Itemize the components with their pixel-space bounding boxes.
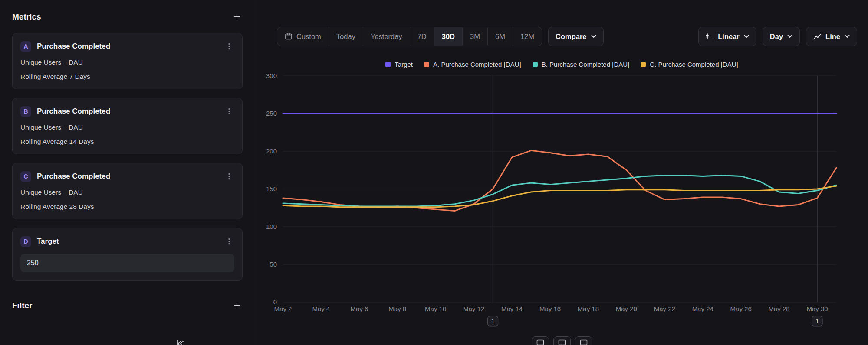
date-range-30d[interactable]: 30D xyxy=(434,27,462,46)
bar-chart-icon xyxy=(558,339,566,345)
legend-label: Target xyxy=(395,61,413,68)
y-axis-tick-label: 100 xyxy=(266,223,277,230)
date-range-custom[interactable]: Custom xyxy=(277,27,329,46)
kebab-icon xyxy=(226,42,233,50)
legend-item[interactable]: A. Purchase Completed [DAU] xyxy=(424,61,521,68)
x-axis-tick-label: May 24 xyxy=(692,305,713,312)
y-axis-tick-label: 150 xyxy=(266,185,277,192)
metric-card-header: D Target xyxy=(20,236,234,247)
chart-type-label: Line xyxy=(825,33,840,41)
kebab-icon xyxy=(226,238,233,245)
metric-transform: Rolling Average 28 Days xyxy=(20,203,234,211)
date-range-label: 3M xyxy=(470,33,480,41)
x-axis-tick-label: May 10 xyxy=(425,305,446,312)
chart-action-button-2[interactable] xyxy=(553,336,571,345)
metric-badge-b: B xyxy=(20,106,31,117)
interval-label: Day xyxy=(770,33,783,41)
metric-menu-button[interactable] xyxy=(224,171,234,182)
chart-footer-actions xyxy=(532,336,592,345)
date-range-7d[interactable]: 7D xyxy=(410,27,434,46)
x-axis-tick-label: May 14 xyxy=(501,305,523,312)
metric-menu-button[interactable] xyxy=(224,41,234,52)
x-axis-tick-label: May 18 xyxy=(578,305,599,312)
metric-card-header: B Purchase Completed xyxy=(20,106,234,117)
y-axis-tick-label: 300 xyxy=(266,72,277,79)
kebab-icon xyxy=(226,172,233,180)
legend-item[interactable]: Target xyxy=(385,61,413,68)
chart-toolbar: Custom Today Yesterday 7D 30D 3M 6M 12M … xyxy=(255,27,868,46)
annotation-chip-label: 1 xyxy=(491,318,495,325)
chart-action-button-1[interactable] xyxy=(532,336,549,345)
x-axis-tick-label: May 6 xyxy=(350,305,368,312)
scale-selector-button[interactable]: Linear xyxy=(698,27,756,46)
date-range-6m[interactable]: 6M xyxy=(487,27,513,46)
y-axis-tick-label: 250 xyxy=(266,110,277,117)
sidebar-header: Metrics xyxy=(12,11,243,23)
legend-swatch xyxy=(533,62,538,67)
metric-title: Purchase Completed xyxy=(37,107,224,116)
annotation-marker[interactable]: 1 xyxy=(812,316,822,326)
series-line-a-purchase-completed-dau- xyxy=(283,150,836,211)
metric-card-c[interactable]: C Purchase Completed Unique Users – DAU … xyxy=(12,163,243,219)
add-metric-button[interactable] xyxy=(231,11,243,23)
x-axis-tick-label: May 26 xyxy=(730,305,752,312)
date-range-3m[interactable]: 3M xyxy=(462,27,487,46)
app-root: Metrics A Purchase Completed Unique User… xyxy=(0,0,868,345)
metric-menu-button[interactable] xyxy=(224,106,234,117)
annotation-marker[interactable]: 1 xyxy=(488,316,498,326)
metric-card-header: C Purchase Completed xyxy=(20,171,234,182)
metric-title: Purchase Completed xyxy=(37,42,224,51)
metrics-sidebar: Metrics A Purchase Completed Unique User… xyxy=(0,0,255,345)
metric-card-a[interactable]: A Purchase Completed Unique Users – DAU … xyxy=(12,33,243,89)
target-card[interactable]: D Target xyxy=(12,228,243,281)
chart-panel: Custom Today Yesterday 7D 30D 3M 6M 12M … xyxy=(255,0,868,345)
add-filter-button[interactable] xyxy=(231,300,243,311)
date-range-yesterday[interactable]: Yesterday xyxy=(363,27,410,46)
collapse-sidebar-button[interactable] xyxy=(174,337,187,345)
chart-type-selector-button[interactable]: Line xyxy=(806,27,857,46)
date-range-label: Today xyxy=(336,33,355,41)
chart-legend: TargetA. Purchase Completed [DAU]B. Purc… xyxy=(255,61,868,68)
chevron-down-icon xyxy=(591,35,596,38)
axis-icon xyxy=(706,33,713,40)
filter-header: Filter xyxy=(12,300,243,311)
metric-badge-c: C xyxy=(20,171,31,182)
table-icon xyxy=(580,339,588,345)
line-chart-icon xyxy=(536,339,544,345)
legend-swatch xyxy=(385,62,391,67)
x-axis-tick-label: May 4 xyxy=(312,305,330,312)
y-axis-tick-label: 200 xyxy=(266,147,277,155)
metric-title: Purchase Completed xyxy=(37,172,224,181)
date-range-label: 6M xyxy=(495,33,505,41)
legend-label: C. Purchase Completed [DAU] xyxy=(650,61,738,68)
table-view-icon-button[interactable] xyxy=(575,336,592,345)
date-range-today[interactable]: Today xyxy=(329,27,363,46)
metric-menu-button[interactable] xyxy=(224,236,234,247)
sidebar-title: Metrics xyxy=(12,12,41,22)
interval-selector-button[interactable]: Day xyxy=(763,27,800,46)
date-range-label: 7D xyxy=(418,33,427,41)
legend-item[interactable]: B. Purchase Completed [DAU] xyxy=(533,61,630,68)
date-range-label: 12M xyxy=(520,33,534,41)
legend-item[interactable]: C. Purchase Completed [DAU] xyxy=(641,61,738,68)
target-value-input[interactable] xyxy=(20,254,234,272)
plus-icon xyxy=(233,302,241,309)
legend-label: B. Purchase Completed [DAU] xyxy=(542,61,630,68)
metric-transform: Rolling Average 7 Days xyxy=(20,73,234,81)
kebab-icon xyxy=(226,107,233,115)
chart-display-controls: Linear Day Line xyxy=(698,27,857,46)
metric-measure: Unique Users – DAU xyxy=(20,124,234,131)
chevron-down-icon xyxy=(845,35,850,38)
date-range-label: Custom xyxy=(296,33,321,41)
metric-card-b[interactable]: B Purchase Completed Unique Users – DAU … xyxy=(12,98,243,154)
panel-collapse-left-icon xyxy=(175,338,186,345)
x-axis-tick-label: May 16 xyxy=(539,305,561,312)
legend-swatch xyxy=(641,62,646,67)
metric-measure: Unique Users – DAU xyxy=(20,59,234,66)
x-axis-tick-label: May 12 xyxy=(463,305,484,312)
legend-label: A. Purchase Completed [DAU] xyxy=(433,61,521,68)
date-range-12m[interactable]: 12M xyxy=(513,27,542,46)
compare-button[interactable]: Compare xyxy=(548,27,604,46)
metric-card-header: A Purchase Completed xyxy=(20,41,234,52)
plus-icon xyxy=(233,13,241,21)
